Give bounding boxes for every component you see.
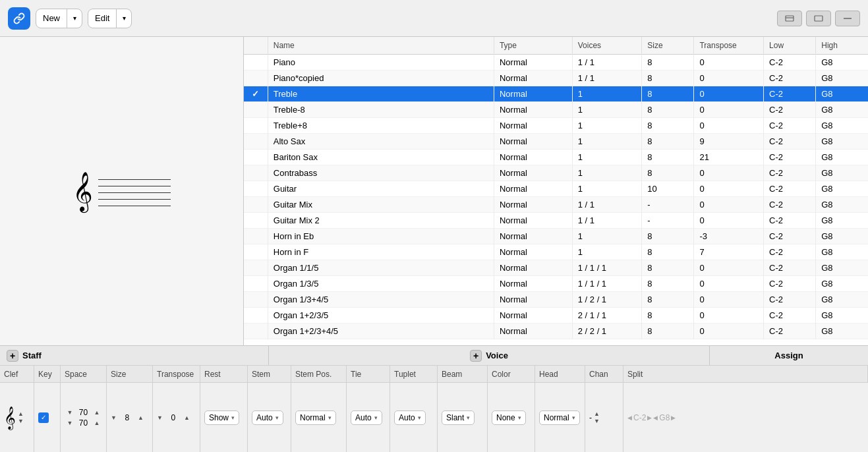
- row-type: Normal: [494, 260, 572, 276]
- size-down[interactable]: ▼: [111, 414, 117, 421]
- row-type: Normal: [494, 181, 572, 197]
- head-dropdown[interactable]: Normal ▾: [539, 410, 580, 425]
- row-check: [244, 308, 268, 324]
- row-name: Organ 1/1/5: [268, 260, 494, 276]
- key-checkbox[interactable]: [38, 412, 49, 423]
- ctrl-clef: 𝄞 ▲ ▼: [0, 383, 34, 452]
- edit-button-label: Edit: [88, 9, 117, 28]
- table-row[interactable]: PianoNormal1 / 180C-2G8: [244, 55, 868, 71]
- table-row[interactable]: Organ 1+2/3/5Normal2 / 1 / 180C-2G8: [244, 308, 868, 324]
- tie-dropdown[interactable]: Auto ▾: [351, 410, 382, 425]
- main-content: 𝄞 Name Type Voices Size Transpose: [0, 37, 868, 345]
- stempos-dropdown[interactable]: Normal ▾: [295, 410, 336, 425]
- split-high-value: G8: [659, 413, 670, 422]
- link-button[interactable]: [8, 7, 30, 30]
- stem-dropdown[interactable]: Auto ▾: [252, 410, 283, 425]
- edit-dropdown-arrow[interactable]: ▾: [117, 9, 131, 28]
- tuplet-dropdown-arrow: ▾: [418, 414, 421, 421]
- row-size: 10: [642, 181, 694, 197]
- row-type: Normal: [494, 134, 572, 150]
- space1-up[interactable]: ▲: [94, 409, 100, 416]
- table-row[interactable]: Treble+8Normal180C-2G8: [244, 118, 868, 134]
- table-row[interactable]: ✓TrebleNormal180C-2G8: [244, 86, 868, 102]
- table-row[interactable]: Guitar Mix 2Normal1 / 1-0C-2G8: [244, 213, 868, 229]
- space2-up[interactable]: ▲: [94, 420, 100, 426]
- row-size: 8: [642, 276, 694, 292]
- row-low: C-2: [764, 244, 816, 260]
- add-voice-button[interactable]: +: [470, 350, 482, 362]
- row-high: G8: [816, 324, 868, 339]
- label-rest: Rest: [200, 366, 248, 382]
- table-row[interactable]: Alto SaxNormal189C-2G8: [244, 134, 868, 150]
- clef-symbol[interactable]: 𝄞: [4, 408, 16, 428]
- window-btn-2[interactable]: [806, 11, 831, 26]
- table-row[interactable]: Horn in EbNormal18-3C-2G8: [244, 229, 868, 244]
- row-transpose: 0: [694, 71, 764, 86]
- row-check: [244, 276, 268, 292]
- chan-down[interactable]: ▼: [594, 418, 600, 424]
- tuplet-dropdown[interactable]: Auto ▾: [394, 410, 426, 425]
- row-type: Normal: [494, 86, 572, 102]
- table-row[interactable]: Organ 1/1/5Normal1 / 1 / 180C-2G8: [244, 260, 868, 276]
- table-row[interactable]: Bariton SaxNormal1821C-2G8: [244, 150, 868, 165]
- add-staff-button[interactable]: +: [7, 350, 18, 362]
- col-header-high: High: [816, 37, 868, 55]
- space1-down[interactable]: ▼: [67, 409, 73, 416]
- split-low-right-arrow[interactable]: ▶: [647, 414, 652, 421]
- row-name: Bariton Sax: [268, 150, 494, 165]
- color-dropdown[interactable]: None ▾: [492, 410, 526, 425]
- space2-down[interactable]: ▼: [67, 420, 73, 426]
- row-name: Alto Sax: [268, 134, 494, 150]
- row-name: Piano*copied: [268, 71, 494, 86]
- clef-up-arrow[interactable]: ▲: [18, 410, 24, 417]
- table-row[interactable]: Organ 1+2/3+4/5Normal2 / 2 / 180C-2G8: [244, 324, 868, 339]
- instrument-table-body: PianoNormal1 / 180C-2G8Piano*copiedNorma…: [244, 55, 868, 339]
- new-dropdown-arrow[interactable]: ▾: [67, 9, 82, 28]
- split-low-left-arrow[interactable]: ◀: [627, 414, 632, 421]
- row-type: Normal: [494, 197, 572, 213]
- assign-header-label: Assign: [774, 351, 803, 360]
- table-row[interactable]: Organ 1/3/5Normal1 / 1 / 180C-2G8: [244, 276, 868, 292]
- stem-dropdown-arrow: ▾: [275, 414, 279, 421]
- ctrl-space: ▼ 70 ▲ ▼ 70 ▲: [61, 383, 107, 452]
- row-check: [244, 165, 268, 181]
- table-row[interactable]: Treble-8Normal180C-2G8: [244, 102, 868, 118]
- table-row[interactable]: Guitar MixNormal1 / 1-0C-2G8: [244, 197, 868, 213]
- row-low: C-2: [764, 150, 816, 165]
- row-name: Organ 1/3/5: [268, 276, 494, 292]
- row-low: C-2: [764, 292, 816, 308]
- beam-dropdown-value: Slant: [446, 413, 464, 422]
- transpose-down[interactable]: ▼: [157, 414, 163, 421]
- edit-split-button[interactable]: Edit ▾: [88, 9, 132, 28]
- staff-line-4: [98, 199, 171, 200]
- chan-up[interactable]: ▲: [594, 410, 600, 417]
- rest-dropdown[interactable]: Show ▾: [204, 410, 239, 425]
- row-transpose: 0: [694, 276, 764, 292]
- row-name: Guitar Mix 2: [268, 213, 494, 229]
- window-controls: [777, 11, 860, 26]
- row-check: [244, 260, 268, 276]
- table-row[interactable]: Organ 1/3+4/5Normal1 / 2 / 180C-2G8: [244, 292, 868, 308]
- ctrl-split: ◀ C-2 ▶ ◀ G8 ▶: [623, 383, 868, 452]
- table-row[interactable]: ContrabassNormal180C-2G8: [244, 165, 868, 181]
- row-voices: 1: [572, 86, 642, 102]
- clef-down-arrow[interactable]: ▼: [18, 418, 24, 424]
- staff-lines-container: [98, 177, 171, 206]
- table-row[interactable]: GuitarNormal1100C-2G8: [244, 181, 868, 197]
- window-btn-3[interactable]: [835, 11, 860, 26]
- window-btn-1[interactable]: [777, 11, 802, 26]
- new-split-button[interactable]: New ▾: [36, 9, 82, 28]
- label-split: Split: [623, 366, 868, 382]
- split-high-right-arrow[interactable]: ▶: [671, 414, 676, 421]
- table-row[interactable]: Piano*copiedNormal1 / 180C-2G8: [244, 71, 868, 86]
- head-dropdown-value: Normal: [544, 413, 569, 422]
- split-high-left-arrow[interactable]: ◀: [653, 414, 658, 421]
- transpose-up[interactable]: ▲: [184, 414, 190, 421]
- row-transpose: 9: [694, 134, 764, 150]
- beam-dropdown[interactable]: Slant ▾: [442, 410, 475, 425]
- label-tuplet: Tuplet: [390, 366, 438, 382]
- col-header-type: Type: [494, 37, 572, 55]
- row-name: Organ 1/3+4/5: [268, 292, 494, 308]
- table-row[interactable]: Horn in FNormal187C-2G8: [244, 244, 868, 260]
- size-up[interactable]: ▲: [138, 414, 144, 421]
